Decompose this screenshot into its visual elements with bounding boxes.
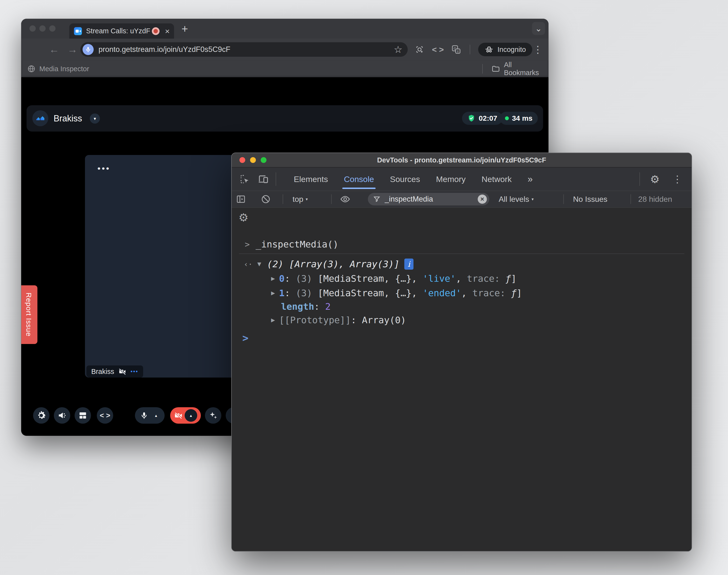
camera-toggle-button[interactable]: ▲ bbox=[170, 407, 201, 424]
entry-sep: : bbox=[285, 273, 296, 284]
toolbar-separator bbox=[283, 194, 283, 204]
console-result-row[interactable]: ‹·▼(2) [Array(3), Array(3)]i bbox=[232, 258, 692, 270]
all-bookmarks-button[interactable]: All Bookmarks bbox=[491, 60, 548, 77]
active-tab-underline bbox=[342, 188, 376, 189]
entry-text: ] bbox=[517, 288, 522, 298]
tab-sources[interactable]: Sources bbox=[382, 168, 428, 191]
lens-search-icon[interactable] bbox=[412, 39, 427, 60]
devtools-titlebar[interactable]: DevTools - pronto.getstream.io/join/uYzd… bbox=[232, 153, 692, 168]
browser-tab-strip: Stream Calls: uYzdF0s5C × + ⌄ bbox=[21, 19, 548, 39]
expand-arrow-icon[interactable]: ▶ bbox=[271, 317, 279, 323]
expand-arrow-icon[interactable]: ▶ bbox=[271, 290, 279, 296]
mic-dropdown-caret-icon[interactable]: ▲ bbox=[154, 413, 158, 417]
log-levels-selector[interactable]: All levels ▾ bbox=[499, 191, 534, 207]
console-settings-gear-icon[interactable]: ⚙ bbox=[239, 211, 248, 224]
mac-minimize-button[interactable] bbox=[39, 25, 46, 32]
console-prototype-row[interactable]: ▶[[Prototype]]: Array(0) bbox=[232, 314, 692, 326]
bookmark-media-inspector[interactable]: Media Inspector bbox=[27, 60, 89, 77]
console-prompt[interactable]: > bbox=[232, 332, 692, 344]
speaker-button[interactable] bbox=[54, 407, 70, 424]
tab-elements[interactable]: Elements bbox=[286, 168, 336, 191]
mac-zoom-button[interactable] bbox=[49, 25, 56, 32]
length-key: length bbox=[281, 301, 314, 312]
console-array-entry-1[interactable]: ▶1: (3) [MediaStream, {…}, 'ended', trac… bbox=[232, 287, 692, 299]
incognito-badge: Incognito bbox=[478, 43, 532, 56]
live-expression-eye-icon[interactable] bbox=[340, 191, 350, 207]
back-button[interactable]: ← bbox=[47, 39, 61, 60]
command-chevron-icon: > bbox=[245, 239, 255, 249]
console-command-row[interactable]: >_inspectMedia() bbox=[232, 238, 692, 250]
hidden-messages-count[interactable]: 28 hidden bbox=[638, 191, 672, 207]
toolbar-separator bbox=[331, 194, 332, 204]
mac-close-button[interactable] bbox=[239, 157, 245, 163]
tile-menu-dots[interactable]: ••• bbox=[98, 164, 110, 173]
browser-menu-kebab-icon[interactable]: ⋮ bbox=[530, 39, 545, 60]
latency-badge: 34 ms bbox=[500, 112, 538, 125]
device-toolbar-icon[interactable] bbox=[256, 168, 270, 191]
clear-console-icon[interactable] bbox=[261, 191, 271, 207]
command-text: _inspectMedia() bbox=[255, 239, 338, 249]
info-badge-icon[interactable]: i bbox=[404, 259, 414, 270]
incognito-label: Incognito bbox=[497, 46, 526, 54]
embed-code-button[interactable]: < > bbox=[97, 407, 113, 424]
entry-trace-key: trace: bbox=[467, 273, 506, 284]
mac-zoom-button[interactable] bbox=[261, 157, 267, 163]
devtools-tab-bar: Elements Console Sources Memory Network … bbox=[232, 168, 692, 191]
call-duration-badge: 02:07 bbox=[462, 112, 502, 125]
console-array-entry-0[interactable]: ▶0: (3) [MediaStream, {…}, 'live', trace… bbox=[232, 272, 692, 285]
participant-menu-dots[interactable]: ••• bbox=[131, 368, 138, 375]
console-filter-input[interactable]: _inspectMedia × bbox=[368, 193, 489, 205]
tab-console[interactable]: Console bbox=[336, 168, 382, 191]
context-selector[interactable]: top ▾ bbox=[292, 191, 308, 207]
forward-button[interactable]: → bbox=[65, 39, 80, 60]
entry-trace-key: trace: bbox=[473, 288, 511, 298]
call-user-name: Brakiss bbox=[54, 105, 82, 132]
bookmark-star-icon[interactable]: ☆ bbox=[394, 44, 403, 55]
new-tab-button[interactable]: + bbox=[181, 22, 188, 35]
toolbar-separator bbox=[563, 194, 564, 204]
console-sidebar-icon[interactable] bbox=[236, 191, 246, 207]
entry-fn: ƒ bbox=[506, 273, 511, 284]
camera-dropdown-button[interactable]: ▲ bbox=[185, 409, 197, 422]
effects-sparkle-button[interactable] bbox=[205, 407, 221, 424]
tab-close-icon[interactable]: × bbox=[165, 27, 170, 35]
mac-minimize-button[interactable] bbox=[250, 157, 256, 163]
clear-filter-icon[interactable]: × bbox=[478, 195, 487, 204]
devtools-settings-gear-icon[interactable]: ⚙ bbox=[647, 168, 663, 191]
entry-index: 1 bbox=[279, 288, 285, 298]
collapse-arrow-icon[interactable]: ▼ bbox=[257, 261, 267, 267]
mic-permission-icon[interactable] bbox=[82, 44, 94, 55]
tab-memory[interactable]: Memory bbox=[428, 168, 474, 191]
address-bar[interactable]: pronto.getstream.io/join/uYzdF0s5C9cF ☆ bbox=[80, 42, 408, 57]
mac-close-button[interactable] bbox=[29, 25, 36, 32]
browser-tab[interactable]: Stream Calls: uYzdF0s5C × bbox=[69, 24, 174, 39]
devtools-window: DevTools - pronto.getstream.io/join/uYzd… bbox=[231, 153, 692, 551]
expand-arrow-icon[interactable]: ▶ bbox=[271, 276, 279, 281]
user-dropdown-button[interactable]: ▾ bbox=[90, 113, 100, 124]
tab-network[interactable]: Network bbox=[474, 168, 520, 191]
mic-button[interactable]: ▲ bbox=[135, 407, 165, 424]
prototype-sep: : bbox=[351, 315, 362, 326]
report-issue-button[interactable]: Report Issue bbox=[21, 285, 37, 344]
layout-grid-button[interactable] bbox=[75, 407, 91, 424]
latency-dot-icon bbox=[505, 116, 509, 120]
url-text[interactable]: pronto.getstream.io/join/uYzdF0s5C9cF bbox=[99, 45, 394, 54]
camera-off-icon bbox=[174, 411, 183, 420]
report-issue-label: Report Issue bbox=[25, 293, 33, 337]
devtools-menu-kebab-icon[interactable]: ⋮ bbox=[670, 168, 685, 191]
filter-value[interactable]: _inspectMedia bbox=[385, 195, 433, 203]
issues-status[interactable]: No Issues bbox=[573, 191, 607, 207]
entry-text: , bbox=[461, 288, 473, 298]
translate-icon[interactable]: G x̂ bbox=[449, 39, 463, 60]
call-settings-button[interactable] bbox=[33, 407, 49, 424]
more-tabs-icon[interactable]: » bbox=[520, 168, 541, 191]
camera-off-icon bbox=[118, 368, 126, 375]
latency-value: 34 ms bbox=[512, 114, 532, 123]
entry-text: , bbox=[456, 273, 467, 284]
code-extension-icon[interactable]: < > bbox=[430, 39, 445, 60]
shield-check-icon bbox=[467, 114, 476, 123]
tab-strip-overflow-button[interactable]: ⌄ bbox=[532, 22, 545, 35]
participant-name: Brakiss bbox=[91, 368, 114, 376]
inspect-element-icon[interactable] bbox=[238, 168, 252, 191]
tab-console-label: Console bbox=[344, 174, 374, 184]
